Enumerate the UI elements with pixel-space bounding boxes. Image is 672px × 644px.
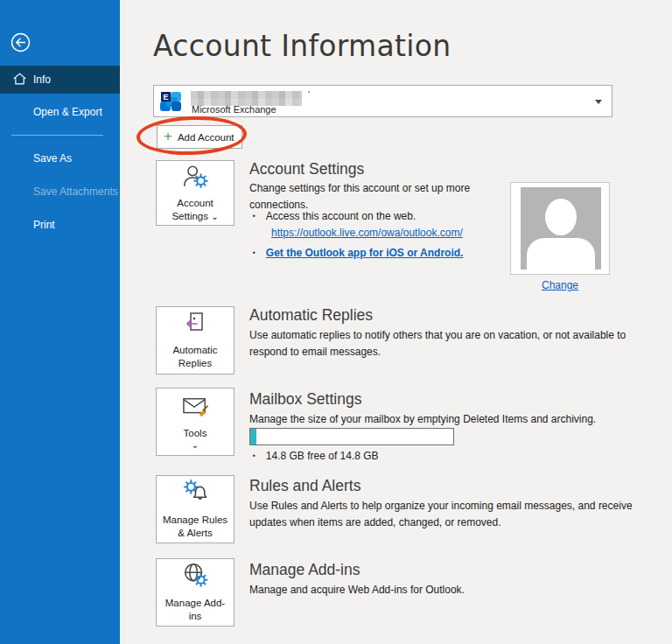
button-label: Manage Add-ins (157, 597, 234, 623)
account-selector-dropdown[interactable]: E ' Microsoft Exchange (153, 85, 612, 117)
home-icon (12, 72, 27, 88)
section-heading-automatic-replies: Automatic Replies (249, 306, 373, 325)
section-heading-manage-addins: Manage Add-ins (249, 561, 360, 579)
section-body-mailbox-settings: Manage the size of your mailbox by empty… (249, 411, 654, 428)
storage-status: ▪14.8 GB free of 14.8 GB (253, 450, 379, 462)
add-account-button[interactable]: + Add Account (157, 125, 242, 149)
sidebar-item-label: Info (33, 74, 51, 86)
rules-gear-bell-icon (180, 479, 210, 510)
bullet-icon: ▪ (253, 248, 256, 256)
bullet-item: ▪Get the Outlook app for iOS or Android. (253, 247, 463, 259)
chevron-down-icon (595, 100, 602, 104)
sidebar-item-save-attachments: Save Attachments (0, 186, 120, 200)
section-body-account-settings: Change settings for this account or set … (249, 180, 508, 213)
svg-text:E: E (163, 93, 168, 102)
globe-gear-icon (180, 562, 210, 593)
sidebar-item-label: Save As (33, 152, 72, 164)
sidebar-item-print[interactable]: Print (0, 219, 120, 233)
sidebar-item-info[interactable]: Info (0, 66, 120, 94)
redacted-email-suffix: ' (308, 89, 310, 100)
change-photo-link[interactable]: Change (542, 279, 578, 291)
owa-url-link[interactable]: https://outlook.live.com/owa/outlook.com… (271, 227, 463, 239)
section-heading-rules-alerts: Rules and Alerts (249, 477, 360, 495)
section-body-rules-alerts: Use Rules and Alerts to help organize yo… (249, 498, 654, 530)
sidebar-item-open-export[interactable]: Open & Export (0, 106, 120, 120)
mailbox-storage-bar (249, 428, 454, 445)
exchange-logo-icon: E (158, 89, 183, 117)
button-label: Manage Rules & Alerts (157, 514, 234, 540)
section-heading-account-settings: Account Settings (249, 160, 364, 178)
sidebar-item-label: Open & Export (33, 106, 102, 118)
change-photo-link-wrap: Change (510, 279, 610, 291)
account-settings-button[interactable]: Account Settings ⌄ (156, 160, 234, 226)
back-arrow-icon (10, 40, 31, 55)
sidebar-item-label: Print (33, 219, 55, 231)
bullet-icon: ▪ (253, 452, 256, 459)
chevron-down-icon: ⌄ (192, 443, 199, 448)
mailbox-cleanup-icon (179, 396, 211, 424)
get-outlook-app-link[interactable]: Get the Outlook app for iOS or Android. (266, 247, 464, 259)
account-provider-label: Microsoft Exchange (192, 104, 276, 115)
back-button[interactable] (10, 32, 31, 52)
avatar-placeholder-icon (521, 187, 601, 270)
profile-photo (510, 182, 610, 275)
sidebar-item-label: Save Attachments (33, 186, 118, 198)
section-body-automatic-replies: Use automatic replies to notify others t… (249, 327, 654, 360)
mailbox-tools-button[interactable]: Tools ⌄ (156, 388, 234, 456)
automatic-replies-button[interactable]: Automatic Replies (156, 306, 234, 374)
add-account-label: Add Account (178, 132, 234, 143)
page-title: Account Information (153, 29, 451, 63)
plus-icon: + (164, 129, 172, 144)
mailbox-storage-fill (250, 429, 256, 444)
button-label: Account Settings ⌄ (157, 197, 234, 223)
section-heading-mailbox-settings: Mailbox Settings (249, 390, 361, 409)
bullet-item: ▪Access this account on the web. (253, 210, 416, 222)
sidebar-item-save-as[interactable]: Save As (0, 152, 120, 166)
person-gear-icon (180, 164, 210, 193)
manage-rules-alerts-button[interactable]: Manage Rules & Alerts (156, 475, 234, 543)
outlook-backstage: Info Open & Export Save As Save Attachme… (0, 0, 672, 644)
auto-reply-icon (181, 311, 209, 340)
button-label: Tools (180, 427, 211, 440)
sidebar-divider (11, 135, 103, 136)
backstage-sidebar: Info Open & Export Save As Save Attachme… (0, 0, 120, 644)
bullet-icon: ▪ (253, 212, 256, 220)
button-label: Automatic Replies (157, 344, 234, 370)
manage-addins-button[interactable]: Manage Add-ins (156, 558, 234, 626)
section-body-manage-addins: Manage and acquire Web Add-ins for Outlo… (249, 582, 654, 598)
